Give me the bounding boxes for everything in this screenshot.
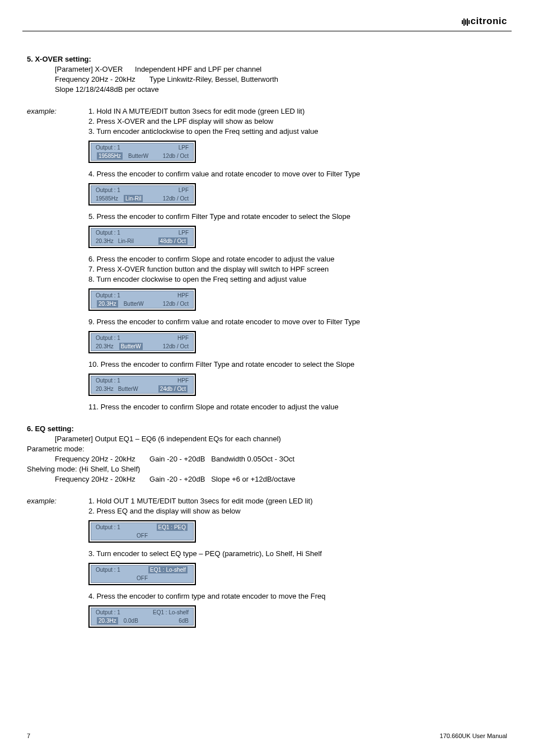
s5-step10: 10. Press the encoder to confirm Filter … [88,360,507,368]
lcd-display-3: Output : 1LPF 20.3HzLin-Ril48db / Oct [88,226,196,248]
lcd5-r2a: 20.3Hz [91,342,116,351]
lcd-display-8: Output : 1EQ1 : Lo-shelf OFF [88,563,196,585]
example-label-6: example: [27,497,77,505]
section6-param: [Parameter] Output EQ1 – EQ6 (6 independ… [55,435,507,443]
lcd6-r1l: Output : 1 [91,376,123,385]
lcd-display-9: Output : 1EQ1 : Lo-shelf 20.3Hz0.0dB6dB [88,605,196,628]
lcd5-r1l: Output : 1 [91,334,123,342]
lcd7-r1r: EQ1 : PEQ [157,524,188,531]
s5-step5: 5. Press the encoder to confirm Filter T… [88,212,507,221]
brand-bars-icon [462,16,470,27]
lcd2-r2c: 12db / Oct [146,194,193,203]
lcd4-r1r: HPF [123,291,193,300]
section6-example: example: 1. Hold OUT 1 MUTE/EDIT button … [27,497,507,633]
lcd9-r2c: 6dB [140,617,193,625]
lcd1-r2a: 19585Hz [97,152,123,160]
lcd2-r1r: LPF [123,186,193,194]
s6-step2: 2. Press EQ and the display will show as… [88,507,507,515]
section5-heading: 5. X-OVER setting: [27,55,507,63]
lcd6-r1r: HPF [123,376,193,385]
lcd5-r1r: HPF [123,334,193,342]
section6-mode2-line: Frequency 20Hz - 20kHz Gain -20 - +20dB … [55,475,507,483]
lcd5-r2b: ButterW [119,343,143,350]
section5-freq2: Slope 12/18/24/48dB per octave [55,85,507,94]
lcd3-r2b: Lin-Ril [116,237,135,245]
lcd3-r2a: 20.3Hz [91,237,116,245]
s5-step6: 6. Press the encoder to confirm Slope an… [88,255,507,263]
lcd-display-4: Output : 1HPF 20.3HzButterW12db / Oct [88,288,196,311]
page-footer: 7 170.660UK User Manual [27,732,507,739]
lcd2-r2b: Lin-Ril [124,195,143,202]
page-content: 5. X-OVER setting: [Parameter] X-OVER In… [27,53,507,633]
lcd4-r2b: ButterW [122,300,146,308]
s5-step3: 3. Turn encoder anticlockwise to open th… [88,127,507,136]
section5-example: example: 1. Hold IN A MUTE/EDIT button 3… [27,107,507,411]
section5-param: [Parameter] X-OVER Independent HPF and L… [55,65,507,73]
lcd6-r2b: ButterW [116,385,140,393]
section6-heading: 6. EQ setting: [27,424,507,433]
lcd6-r2a: 20.3Hz [91,385,116,393]
brand-text: citronic [471,16,507,26]
s6-step4: 4. Press the encoder to confirm type and… [88,592,507,600]
manual-title: 170.660UK User Manual [440,732,507,739]
s5-step1: 1. Hold IN A MUTE/EDIT button 3secs for … [88,107,507,115]
brand-logo: citronic [462,16,507,27]
lcd9-r2b: 0.0dB [122,617,140,625]
lcd2-r2a: 19585Hz [91,194,121,203]
lcd1-r2b: ButterW [127,152,150,160]
lcd9-r2a: 20.3Hz [97,617,118,624]
lcd9-r1l: Output : 1 [91,608,123,617]
s5-step8: 8. Turn encoder clockwise to open the Fr… [88,275,507,283]
lcd-display-5: Output : 1HPF 20.3HzButterW12db / Oct [88,331,196,353]
s6-step1: 1. Hold OUT 1 MUTE/EDIT button 3secs for… [88,497,507,505]
example-label: example: [27,107,77,115]
header-rule [22,31,512,31]
lcd-display-1: Output : 1LPF 19585HzButterW12db / Oct [88,141,196,163]
lcd-display-2: Output : 1LPF 19585HzLin-Ril12db / Oct [88,183,196,206]
s5-step11: 11. Press the encoder to confirm Slope a… [88,403,507,411]
s6-step3: 3. Turn encoder to select EQ type – PEQ … [88,549,507,558]
section6-mode2: Shelving mode: (Hi Shelf, Lo Shelf) [27,465,507,473]
lcd8-r2b: OFF [91,574,193,582]
s5-step4: 4. Press the encoder to confirm value an… [88,170,507,178]
lcd5-r2c: 12db / Oct [146,342,193,351]
lcd-display-7: Output : 1EQ1 : PEQ OFF [88,520,196,543]
lcd9-r1r: EQ1 : Lo-shelf [123,608,193,617]
s5-step7: 7. Press X-OVER function button and the … [88,265,507,273]
section5-freq1: Frequency 20Hz - 20kHz Type Linkwitz-Ril… [55,75,507,83]
section6-mode1-line: Frequency 20Hz - 20kHz Gain -20 - +20dB … [55,455,507,463]
lcd8-r1l: Output : 1 [91,566,123,574]
s5-step2: 2. Press X-OVER and the LPF display will… [88,117,507,125]
s5-step9: 9. Press the encoder to confirm value an… [88,318,507,326]
lcd2-r1l: Output : 1 [91,186,123,194]
lcd8-r1r: EQ1 : Lo-shelf [148,566,188,573]
lcd7-r1l: Output : 1 [91,523,123,531]
lcd1-r1l: Output : 1 [91,143,123,152]
lcd1-r1r: LPF [123,143,193,152]
lcd4-r2c: 12db / Oct [146,300,193,308]
lcd6-r2c: 24db / Oct [158,385,188,393]
lcd4-r1l: Output : 1 [91,291,123,300]
lcd4-r2a: 20.3Hz [97,300,118,307]
section6-mode1: Parametric mode: [27,445,507,453]
lcd3-r1l: Output : 1 [91,228,123,237]
lcd-display-6: Output : 1HPF 20.3HzButterW24db / Oct [88,374,196,396]
lcd3-r2c: 48db / Oct [158,237,188,245]
page-number: 7 [27,732,30,739]
lcd1-r2c: 12db / Oct [150,152,193,160]
lcd3-r1r: LPF [123,228,193,237]
lcd7-r2b: OFF [91,531,193,540]
